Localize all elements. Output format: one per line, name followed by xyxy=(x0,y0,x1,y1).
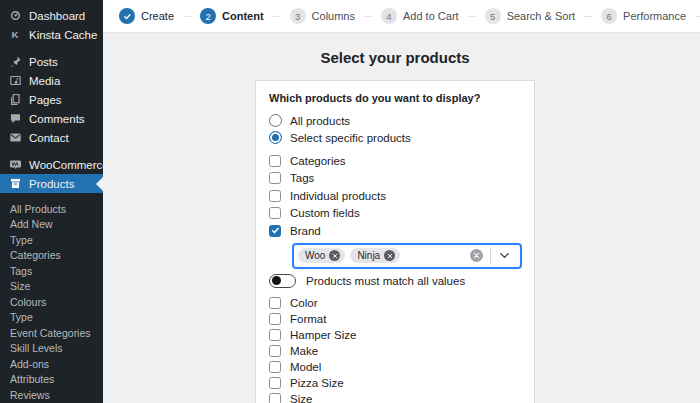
menu-separator xyxy=(0,147,103,155)
checkbox[interactable] xyxy=(269,190,281,202)
sidebar-subitem-size[interactable]: Size xyxy=(0,279,103,295)
radio-row-all-products[interactable]: All products xyxy=(269,112,522,129)
sidebar-item-kinsta-cache[interactable]: KKinsta Cache xyxy=(0,25,103,44)
select-divider xyxy=(490,248,491,264)
checkbox-label: Pizza Size xyxy=(290,377,344,389)
checkbox[interactable] xyxy=(269,361,281,373)
checkbox-row-individual-products[interactable]: Individual products xyxy=(269,187,522,205)
pages-icon xyxy=(8,93,22,107)
step-label: Add to Cart xyxy=(403,10,459,22)
checkbox-label: Color xyxy=(290,297,317,309)
checkbox[interactable] xyxy=(269,207,281,219)
sidebar-item-contact[interactable]: Contact xyxy=(0,128,103,147)
main-area: Create2Content3Columns4Add to Cart5Searc… xyxy=(103,0,700,403)
step-connector xyxy=(695,16,700,17)
sidebar-subitem-add-ons[interactable]: Add-ons xyxy=(0,356,103,372)
comments-icon xyxy=(8,112,22,126)
sidebar-subitem-categories[interactable]: Categories xyxy=(0,248,103,264)
sidebar-subitem-tags[interactable]: Tags xyxy=(0,263,103,279)
match-all-row: Products must match all values xyxy=(269,274,522,289)
checkbox-row-size[interactable]: Size xyxy=(269,391,522,403)
step-connector xyxy=(273,16,281,17)
sidebar-subitem-skill-levels[interactable]: Skill Levels xyxy=(0,341,103,357)
step-search-sort[interactable]: 5Search & Sort xyxy=(485,8,575,24)
checkbox-label: Make xyxy=(290,345,318,357)
sidebar-item-dashboard[interactable]: Dashboard xyxy=(0,6,103,25)
radio[interactable] xyxy=(269,114,282,127)
step-number: 6 xyxy=(601,8,617,24)
content-area: Select your products Which products do y… xyxy=(103,33,700,403)
checkbox-row-model[interactable]: Model xyxy=(269,359,522,375)
clear-all-icon[interactable] xyxy=(470,249,483,262)
sidebar-subitem-event-categories[interactable]: Event Categories xyxy=(0,325,103,341)
checkbox-label: Brand xyxy=(290,225,321,237)
checkbox-row-color[interactable]: Color xyxy=(269,295,522,311)
match-all-label: Products must match all values xyxy=(306,275,465,287)
checkbox[interactable] xyxy=(269,172,281,184)
checkbox-row-brand[interactable]: Brand xyxy=(269,222,522,240)
checkbox[interactable] xyxy=(269,393,281,403)
radio-row-select-specific-products[interactable]: Select specific products xyxy=(269,129,522,146)
envelope-icon xyxy=(8,131,22,145)
sidebar-subitem-attributes[interactable]: Attributes xyxy=(0,372,103,388)
checkbox[interactable] xyxy=(269,155,281,167)
products-icon xyxy=(8,177,22,191)
checkbox-row-hamper-size[interactable]: Hamper Size xyxy=(269,327,522,343)
page-title: Select your products xyxy=(255,49,535,66)
chip-label: Woo xyxy=(305,250,325,261)
sidebar: DashboardKKinsta CachePostsMediaPagesCom… xyxy=(0,0,103,403)
sidebar-item-products[interactable]: Products xyxy=(0,174,103,193)
step-performance[interactable]: 6Performance xyxy=(601,8,686,24)
step-add-to-cart[interactable]: 4Add to Cart xyxy=(381,8,459,24)
checkbox-row-pizza-size[interactable]: Pizza Size xyxy=(269,375,522,391)
chip-remove-icon[interactable] xyxy=(329,250,340,261)
brand-select[interactable]: WooNinja xyxy=(292,243,522,269)
chevron-down-icon[interactable] xyxy=(497,248,512,263)
sidebar-subitem-add-new[interactable]: Add New xyxy=(0,217,103,233)
checkbox-row-tags[interactable]: Tags xyxy=(269,170,522,188)
sidebar-item-label: Pages xyxy=(29,94,62,106)
sidebar-item-woocommerce[interactable]: WooCommerce xyxy=(0,155,103,174)
checkbox-row-custom-fields[interactable]: Custom fields xyxy=(269,205,522,223)
checkbox-list-bottom: ColorFormatHamper SizeMakeModelPizza Siz… xyxy=(269,295,522,403)
step-columns[interactable]: 3Columns xyxy=(290,8,355,24)
sidebar-item-label: WooCommerce xyxy=(29,159,103,171)
checkbox-label: Tags xyxy=(290,172,314,184)
sidebar-item-media[interactable]: Media xyxy=(0,71,103,90)
step-create[interactable]: Create xyxy=(119,8,174,24)
sidebar-subitem-reviews[interactable]: Reviews xyxy=(0,387,103,403)
sidebar-item-posts[interactable]: Posts xyxy=(0,52,103,71)
step-label: Create xyxy=(141,10,174,22)
chip-remove-icon[interactable] xyxy=(384,250,395,261)
step-connector xyxy=(364,16,372,17)
checkbox-list-top: CategoriesTagsIndividual productsCustom … xyxy=(269,152,522,240)
checkbox[interactable] xyxy=(269,297,281,309)
step-number: 2 xyxy=(200,8,216,24)
checkbox-row-make[interactable]: Make xyxy=(269,343,522,359)
sidebar-item-label: Comments xyxy=(29,113,85,125)
sidebar-subitem-type[interactable]: Type xyxy=(0,232,103,248)
wizard-stepper: Create2Content3Columns4Add to Cart5Searc… xyxy=(103,0,700,33)
sidebar-item-label: Products xyxy=(29,178,74,190)
match-all-toggle[interactable] xyxy=(269,274,296,288)
sidebar-item-pages[interactable]: Pages xyxy=(0,90,103,109)
checkbox[interactable] xyxy=(269,329,281,341)
step-number: 4 xyxy=(381,8,397,24)
checkbox[interactable] xyxy=(269,345,281,357)
checkbox[interactable] xyxy=(269,377,281,389)
checkbox-row-format[interactable]: Format xyxy=(269,311,522,327)
checkbox-label: Model xyxy=(290,361,321,373)
svg-text:K: K xyxy=(11,29,18,40)
step-content[interactable]: 2Content xyxy=(200,8,264,24)
checkbox[interactable] xyxy=(269,313,281,325)
sidebar-item-comments[interactable]: Comments xyxy=(0,109,103,128)
woocommerce-icon xyxy=(8,158,22,172)
sidebar-subitem-colours[interactable]: Colours xyxy=(0,294,103,310)
radio-label: All products xyxy=(290,115,350,127)
radio-label: Select specific products xyxy=(290,132,411,144)
sidebar-subitem-type[interactable]: Type xyxy=(0,310,103,326)
checkbox-checked[interactable] xyxy=(269,225,281,237)
radio-selected[interactable] xyxy=(269,131,282,144)
sidebar-subitem-all-products[interactable]: All Products xyxy=(0,201,103,217)
checkbox-row-categories[interactable]: Categories xyxy=(269,152,522,170)
